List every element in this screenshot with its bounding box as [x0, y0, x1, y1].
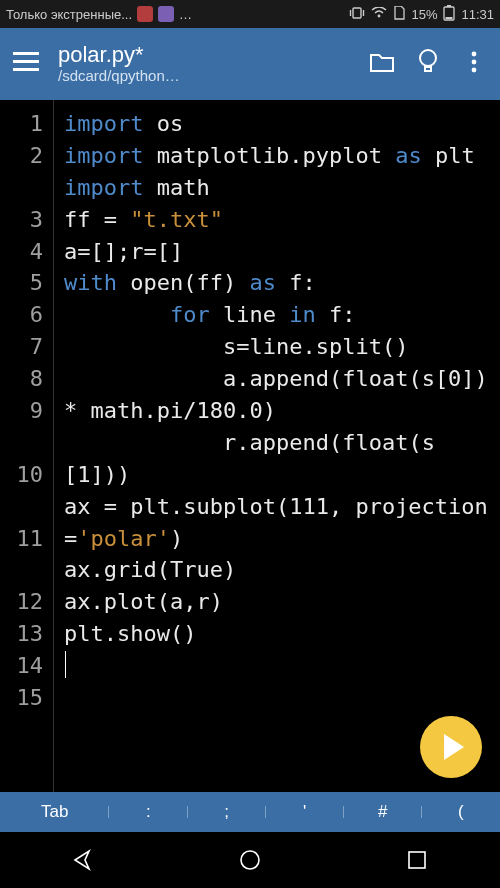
svg-point-14 [472, 68, 477, 73]
token-str: "t.txt" [130, 207, 223, 232]
token-plain: f: [276, 270, 316, 295]
code-line[interactable]: for line in f: [64, 299, 494, 331]
kbd-symbol-key[interactable]: ; [188, 802, 266, 822]
nav-home-button[interactable] [230, 840, 270, 880]
status-app-icon-weather [137, 6, 153, 22]
line-number: 4 [0, 236, 43, 268]
line-number-wrap [0, 172, 43, 204]
code-line[interactable]: import matplotlib.pyplot as plt [64, 140, 494, 172]
more-icon[interactable] [460, 50, 488, 78]
token-plain: ax.grid(True) [64, 557, 236, 582]
kbd-symbol-key[interactable]: ( [422, 802, 500, 822]
play-icon [444, 734, 464, 760]
token-str: 'polar' [77, 526, 170, 551]
code-line[interactable]: ff = "t.txt" [64, 204, 494, 236]
title-block: polar.py* /sdcard/qpython… [58, 43, 350, 85]
battery-icon [443, 5, 455, 24]
status-app-icon-unknown [158, 6, 174, 22]
token-plain: f: [316, 302, 356, 327]
bulb-icon[interactable] [414, 48, 442, 80]
line-number: 14 [0, 650, 43, 682]
token-kw: in [289, 302, 316, 327]
text-cursor [65, 651, 66, 679]
svg-rect-6 [446, 17, 453, 19]
status-network-text: Только экстренные... [6, 7, 132, 22]
code-line[interactable] [64, 650, 494, 682]
svg-point-10 [420, 50, 436, 66]
kbd-symbol-key[interactable]: ' [266, 802, 344, 822]
line-number: 12 [0, 586, 43, 618]
token-plain: ax.plot(a,r) [64, 589, 223, 614]
token-kw: as [249, 270, 276, 295]
battery-pct-text: 15% [411, 7, 437, 22]
keyboard-accessory: Tab:;'#( [0, 792, 500, 832]
line-number: 3 [0, 204, 43, 236]
status-more-indicator: … [179, 7, 192, 22]
line-number: 1 [0, 108, 43, 140]
token-plain: a=[];r=[] [64, 239, 183, 264]
line-number: 7 [0, 331, 43, 363]
menu-icon[interactable] [12, 52, 40, 76]
nav-back-button[interactable] [63, 840, 103, 880]
android-statusbar: Только экстренные... … 15% 11:31 [0, 0, 500, 28]
run-button[interactable] [420, 716, 482, 778]
code-line[interactable]: a.append(float(s[0])* math.pi/180.0) [64, 363, 494, 427]
kbd-symbol-key[interactable]: : [109, 802, 187, 822]
token-kw: import [64, 175, 143, 200]
code-area[interactable]: import osimport matplotlib.pyplot as plt… [54, 100, 500, 792]
line-number-wrap [0, 554, 43, 586]
token-kw: import [64, 143, 143, 168]
code-line[interactable]: ax = plt.subplot(111, projection='polar'… [64, 491, 494, 555]
code-line[interactable]: ax.grid(True) [64, 554, 494, 586]
wifi-icon [371, 7, 387, 22]
token-plain: ff = [64, 207, 130, 232]
token-kw: import [64, 111, 143, 136]
code-editor[interactable]: 123456789101112131415 import osimport ma… [0, 100, 500, 792]
code-line[interactable]: ax.plot(a,r) [64, 586, 494, 618]
token-plain [64, 302, 170, 327]
token-plain: a.append(float(s[0])* math.pi/180.0) [64, 366, 488, 423]
svg-rect-5 [447, 5, 451, 7]
token-plain: open(ff) [117, 270, 249, 295]
svg-rect-7 [13, 52, 39, 55]
token-plain: plt [422, 143, 475, 168]
sim-icon [393, 6, 405, 23]
line-number: 6 [0, 299, 43, 331]
folder-icon[interactable] [368, 51, 396, 77]
svg-rect-8 [13, 60, 39, 63]
token-plain: math [143, 175, 209, 200]
line-number: 13 [0, 618, 43, 650]
code-line[interactable]: import math [64, 172, 494, 204]
line-number-wrap [0, 491, 43, 523]
code-line[interactable]: a=[];r=[] [64, 236, 494, 268]
kbd-symbol-key[interactable]: # [344, 802, 422, 822]
kbd-tab-key[interactable]: Tab [0, 802, 109, 822]
app-header: polar.py* /sdcard/qpython… [0, 28, 500, 100]
code-line[interactable]: r.append(float(s[1])) [64, 427, 494, 491]
svg-rect-11 [425, 67, 431, 71]
line-number: 8 [0, 363, 43, 395]
file-path: /sdcard/qpython… [58, 67, 350, 85]
token-plain: s=line.split() [64, 334, 408, 359]
svg-rect-16 [409, 852, 425, 868]
svg-point-3 [378, 14, 381, 17]
token-kw: for [170, 302, 210, 327]
token-plain: r.append(float(s[1])) [64, 430, 435, 487]
token-plain: plt.show() [64, 621, 196, 646]
line-number: 2 [0, 140, 43, 172]
line-number: 11 [0, 523, 43, 555]
svg-point-12 [472, 52, 477, 57]
code-line[interactable]: s=line.split() [64, 331, 494, 363]
file-title: polar.py* [58, 43, 350, 67]
code-line[interactable]: with open(ff) as f: [64, 267, 494, 299]
code-line[interactable]: import os [64, 108, 494, 140]
token-plain: os [143, 111, 183, 136]
clock-text: 11:31 [461, 7, 494, 22]
code-line[interactable]: plt.show() [64, 618, 494, 650]
line-number: 9 [0, 395, 43, 427]
android-navbar [0, 832, 500, 888]
line-number-wrap [0, 427, 43, 459]
token-plain: ) [170, 526, 183, 551]
token-kw: with [64, 270, 117, 295]
nav-recent-button[interactable] [397, 840, 437, 880]
